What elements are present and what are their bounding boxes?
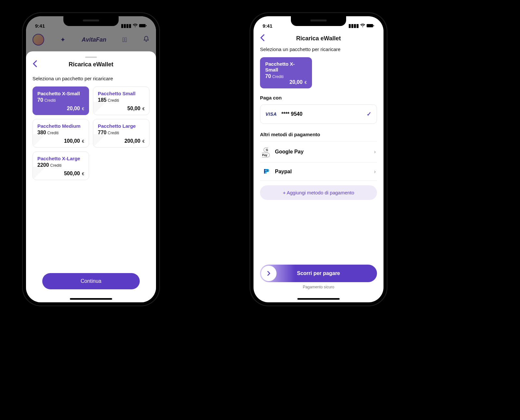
pack-name: Pacchetto X-Large bbox=[37, 156, 84, 162]
payment-method-row[interactable]: G PayGoogle Pay› bbox=[260, 141, 377, 163]
pack-name: Pacchetto Medium bbox=[37, 123, 84, 129]
pack-name: Pacchetto X-Small bbox=[265, 61, 307, 73]
payment-method-row[interactable]: PPaypal› bbox=[260, 163, 377, 181]
pack-credits: 2200 Crediti bbox=[37, 162, 84, 168]
continue-button[interactable]: Continua bbox=[42, 273, 140, 289]
app-header: ✦ AvitaFan 𖠋𖠋 bbox=[26, 31, 156, 49]
card-masked: **** 9540 bbox=[281, 111, 303, 117]
wifi-icon bbox=[133, 23, 138, 29]
pack-price: 20,00 € bbox=[265, 79, 307, 85]
payment-method-name: Google Pay bbox=[275, 149, 304, 155]
pay-with-label: Paga con bbox=[260, 95, 377, 100]
svg-rect-0 bbox=[139, 24, 146, 27]
signal-icon: ▮▮▮▮ bbox=[348, 23, 359, 29]
other-methods-label: Altri metodi di pagamento bbox=[260, 132, 377, 137]
pack-credits: 770 Crediti bbox=[98, 130, 145, 136]
status-icons: ▮▮▮▮ bbox=[348, 23, 374, 29]
back-button[interactable] bbox=[32, 60, 37, 69]
pack-name: Pacchetto X-Small bbox=[37, 91, 84, 97]
battery-icon bbox=[367, 23, 374, 29]
battery-icon bbox=[139, 23, 147, 29]
swipe-to-pay[interactable]: Scorri per pagare bbox=[260, 265, 377, 282]
subtitle: Seleziona un pacchetto per ricaricare bbox=[32, 76, 150, 81]
swipe-knob[interactable] bbox=[261, 266, 276, 281]
signal-icon: ▮▮▮▮ bbox=[121, 23, 131, 29]
pack-credits: 380 Crediti bbox=[37, 130, 84, 136]
status-time: 9:41 bbox=[263, 23, 272, 29]
subtitle: Seleziona un pacchetto per ricaricare bbox=[260, 46, 377, 52]
bell-icon[interactable] bbox=[143, 36, 150, 44]
pack-card[interactable]: Pacchetto Large770 Crediti200,00 € bbox=[93, 119, 150, 148]
home-indicator[interactable] bbox=[297, 298, 340, 300]
visa-logo: VISA bbox=[266, 112, 277, 117]
page-title: Ricarica eWallet bbox=[296, 35, 341, 42]
status-time: 9:41 bbox=[35, 23, 45, 29]
pack-price: 100,00 € bbox=[37, 138, 84, 144]
gpay-icon: G Pay bbox=[262, 148, 269, 157]
packs-grid: Pacchetto X-Small70 Crediti20,00 €Pacche… bbox=[32, 86, 150, 180]
status-icons: ▮▮▮▮ bbox=[121, 23, 147, 29]
saved-card-row[interactable]: VISA **** 9540 ✓ bbox=[260, 104, 377, 124]
phone-right: 9:41 ▮▮▮▮ Ricarica eWallet Seleziona un … bbox=[250, 13, 387, 306]
pack-card[interactable]: Pacchetto Medium380 Crediti100,00 € bbox=[32, 119, 89, 148]
notch bbox=[291, 16, 346, 26]
chevron-right-icon: › bbox=[374, 149, 376, 155]
methods-list: G PayGoogle Pay›PPaypal› bbox=[260, 141, 377, 181]
payment-method-name: Paypal bbox=[275, 169, 292, 175]
chevron-right-icon: › bbox=[374, 169, 376, 175]
page-title: Ricarica eWallet bbox=[69, 61, 113, 68]
back-button[interactable] bbox=[260, 34, 265, 43]
pack-credits: 185 Crediti bbox=[98, 97, 145, 103]
pack-card[interactable]: Pacchetto X-Large2200 Crediti500,00 € bbox=[32, 151, 89, 180]
people-icon[interactable]: 𖠋𖠋 bbox=[122, 36, 127, 44]
add-payment-method-button[interactable]: + Aggiungi metodo di pagamento bbox=[260, 185, 377, 200]
pack-price: 200,00 € bbox=[98, 138, 145, 144]
avatar[interactable] bbox=[32, 34, 44, 46]
pack-price: 50,00 € bbox=[98, 106, 145, 112]
pack-credits: 70 Crediti bbox=[265, 73, 307, 79]
pack-name: Pacchetto Small bbox=[98, 91, 145, 97]
wifi-icon bbox=[360, 23, 365, 29]
pack-price: 20,00 € bbox=[37, 106, 84, 112]
pack-credits: 70 Crediti bbox=[37, 97, 84, 103]
paypal-icon: P bbox=[264, 168, 268, 175]
pack-name: Pacchetto Large bbox=[98, 123, 145, 129]
svg-rect-3 bbox=[373, 25, 374, 26]
check-icon: ✓ bbox=[367, 111, 371, 118]
sheet-grabber[interactable] bbox=[85, 57, 97, 58]
badge-icon[interactable]: ✦ bbox=[60, 36, 66, 44]
phone-left: 9:41 ▮▮▮▮ ✦ AvitaFan 𖠋𖠋 bbox=[23, 13, 159, 306]
svg-rect-2 bbox=[367, 24, 373, 27]
home-indicator[interactable] bbox=[70, 298, 112, 300]
app-logo: AvitaFan bbox=[82, 36, 106, 43]
pack-card[interactable]: Pacchetto X-Small70 Crediti20,00 € bbox=[32, 86, 89, 115]
secure-payment-label: Pagamento sicuro bbox=[260, 285, 377, 289]
swipe-label: Scorri per pagare bbox=[297, 270, 340, 276]
svg-rect-1 bbox=[146, 25, 147, 26]
bottom-sheet: Ricarica eWallet Seleziona un pacchetto … bbox=[26, 51, 156, 302]
pack-card[interactable]: Pacchetto Small185 Crediti50,00 € bbox=[93, 86, 150, 115]
selected-pack-card[interactable]: Pacchetto X-Small 70 Crediti 20,00 € bbox=[260, 57, 312, 88]
notch bbox=[63, 16, 119, 26]
pack-price: 500,00 € bbox=[37, 171, 84, 177]
